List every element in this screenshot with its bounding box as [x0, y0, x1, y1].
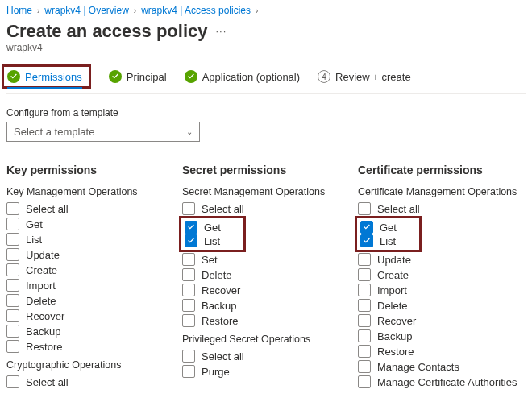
checkbox-label: Get: [26, 218, 43, 230]
checkmark-icon: [109, 70, 122, 83]
chevron-right-icon: ›: [134, 6, 136, 15]
checkbox-label: Update: [377, 254, 411, 266]
priv-secret-select-all-checkbox[interactable]: [182, 350, 195, 362]
checkbox-label: Create: [377, 269, 409, 281]
wizard-steps: Permissions Principal Application (optio…: [6, 64, 526, 94]
checkmark-icon: [185, 70, 197, 83]
step-label: Principal: [127, 71, 167, 83]
cert-list-checkbox[interactable]: [360, 234, 373, 247]
step-review-create[interactable]: 4 Review + create: [318, 70, 411, 83]
checkbox-label: Import: [377, 284, 407, 296]
key-list-checkbox[interactable]: [6, 233, 19, 246]
checkbox-label: Restore: [26, 341, 63, 353]
secret-list-checkbox[interactable]: [185, 234, 197, 247]
secret-permissions-heading: Secret permissions: [182, 164, 350, 176]
step-label: Review + create: [335, 71, 411, 83]
step-number-badge: 4: [318, 70, 330, 83]
step-principal[interactable]: Principal: [109, 70, 167, 83]
template-label: Configure from a template: [6, 107, 526, 118]
cryptographic-ops-heading: Cryptographic Operations: [6, 359, 174, 371]
checkbox-label: Backup: [26, 325, 60, 338]
cert-update-checkbox[interactable]: [358, 253, 371, 266]
checkbox-label: Purge: [202, 366, 230, 378]
secret-select-all-checkbox[interactable]: [182, 202, 195, 215]
checkbox-label: Restore: [202, 315, 239, 327]
checkbox-label: Backup: [377, 330, 412, 342]
breadcrumb-access-policies[interactable]: wrapkv4 | Access policies: [141, 5, 251, 16]
chevron-right-icon: ›: [37, 6, 39, 15]
step-label: Permissions: [25, 71, 82, 83]
checkbox-label: Select all: [26, 203, 69, 215]
section-divider: [6, 155, 526, 155]
step-application[interactable]: Application (optional): [185, 70, 300, 83]
secret-get-checkbox[interactable]: [185, 221, 197, 234]
step-permissions[interactable]: Permissions: [7, 70, 82, 83]
key-backup-checkbox[interactable]: [6, 325, 19, 338]
checkbox-label: Select all: [202, 350, 244, 362]
more-actions-button[interactable]: ···: [215, 25, 227, 37]
secret-delete-checkbox[interactable]: [182, 268, 195, 281]
breadcrumb-overview[interactable]: wrapkv4 | Overview: [44, 5, 128, 16]
cert-backup-checkbox[interactable]: [358, 329, 371, 342]
checkbox-label: Update: [26, 249, 60, 261]
checkbox-label: Delete: [377, 300, 408, 312]
step-label: Application (optional): [202, 71, 300, 83]
certificate-permissions-heading: Certificate permissions: [358, 164, 526, 176]
cert-restore-checkbox[interactable]: [358, 345, 371, 358]
secret-management-heading: Secret Management Operations: [182, 186, 350, 197]
key-delete-checkbox[interactable]: [6, 294, 19, 307]
secret-backup-checkbox[interactable]: [182, 299, 195, 312]
checkbox-label: Select all: [26, 376, 69, 388]
breadcrumb-home[interactable]: Home: [6, 5, 32, 16]
key-recover-checkbox[interactable]: [6, 309, 19, 322]
checkbox-label: Create: [26, 264, 57, 276]
key-import-checkbox[interactable]: [6, 279, 19, 292]
priv-secret-purge-checkbox[interactable]: [182, 365, 195, 378]
secret-recover-checkbox[interactable]: [182, 284, 195, 296]
key-create-checkbox[interactable]: [6, 263, 19, 276]
secret-restore-checkbox[interactable]: [182, 314, 195, 327]
checkbox-label: Backup: [202, 300, 236, 312]
checkmark-icon: [7, 70, 20, 83]
key-select-all-checkbox[interactable]: [6, 202, 19, 215]
key-update-checkbox[interactable]: [6, 248, 19, 261]
checkbox-label: List: [380, 235, 396, 247]
cert-manage-ca-checkbox[interactable]: [358, 375, 371, 388]
checkbox-label: Recover: [377, 315, 416, 327]
key-get-checkbox[interactable]: [6, 218, 19, 230]
page-subtitle: wrapkv4: [6, 42, 526, 53]
chevron-right-icon: ›: [256, 6, 258, 15]
crypto-select-all-checkbox[interactable]: [6, 375, 19, 388]
checkbox-label: Set: [202, 254, 218, 266]
cert-select-all-checkbox[interactable]: [358, 202, 371, 215]
cert-create-checkbox[interactable]: [358, 268, 371, 281]
checkbox-label: Get: [380, 222, 397, 234]
secret-set-checkbox[interactable]: [182, 253, 195, 266]
cert-import-checkbox[interactable]: [358, 284, 371, 296]
checkbox-label: Manage Certificate Authorities: [377, 376, 517, 388]
certificate-management-heading: Certificate Management Operations: [358, 186, 526, 197]
checkbox-label: Select all: [202, 203, 244, 215]
checkbox-label: Get: [204, 222, 221, 234]
cert-recover-checkbox[interactable]: [358, 314, 371, 327]
key-management-heading: Key Management Operations: [6, 186, 174, 197]
page-title: Create an access policy: [6, 21, 207, 42]
key-permissions-heading: Key permissions: [6, 164, 174, 176]
checkbox-label: Import: [26, 280, 56, 292]
checkbox-label: Restore: [377, 346, 414, 358]
cert-delete-checkbox[interactable]: [358, 299, 371, 312]
key-permissions-column: Key permissions Key Management Operation…: [6, 164, 174, 388]
checkbox-label: Select all: [377, 203, 420, 215]
key-restore-checkbox[interactable]: [6, 340, 19, 353]
checkbox-label: Delete: [26, 295, 56, 307]
cert-manage-contacts-checkbox[interactable]: [358, 360, 371, 373]
checkbox-label: Manage Contacts: [377, 361, 459, 373]
template-select[interactable]: Select a template ⌄: [6, 122, 200, 142]
chevron-down-icon: ⌄: [186, 127, 193, 136]
breadcrumb: Home › wrapkv4 | Overview › wrapkv4 | Ac…: [6, 0, 526, 19]
checkbox-label: Delete: [202, 269, 232, 281]
certificate-permissions-column: Certificate permissions Certificate Mana…: [358, 164, 526, 388]
privileged-secret-ops-heading: Privileged Secret Operations: [182, 334, 350, 345]
template-select-value: Select a template: [14, 126, 94, 138]
cert-get-checkbox[interactable]: [360, 221, 373, 234]
